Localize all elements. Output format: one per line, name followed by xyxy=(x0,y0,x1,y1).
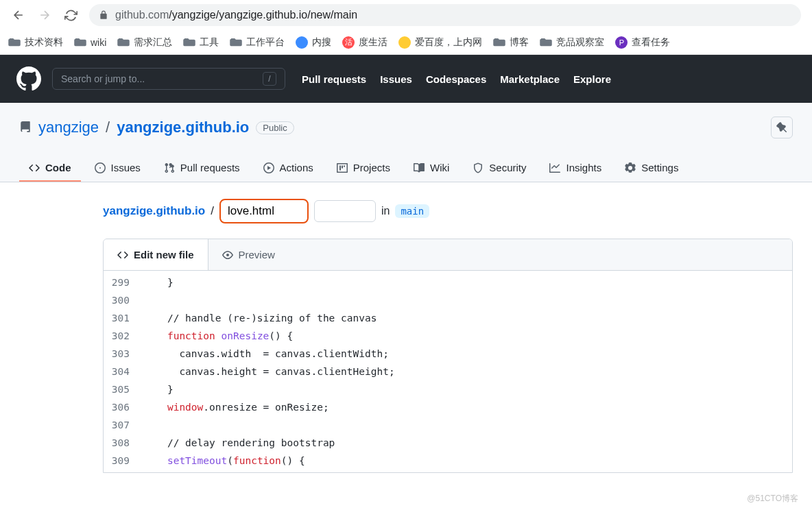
code-line: 299 } xyxy=(104,274,792,291)
repo-name-link[interactable]: yangzige.github.io xyxy=(117,119,249,136)
repo-tab-wiki[interactable]: Wiki xyxy=(404,155,459,182)
reload-icon[interactable] xyxy=(63,8,78,23)
filename-input[interactable] xyxy=(219,199,309,223)
breadcrumb-separator: / xyxy=(211,204,214,218)
repo-tab-settings[interactable]: Settings xyxy=(615,155,688,182)
bookmark-item[interactable]: 内搜 xyxy=(296,36,331,49)
pin-button[interactable] xyxy=(771,117,793,138)
code-line: 301 // handle (re-)sizing of the canvas xyxy=(104,309,792,327)
bookmark-item[interactable]: 竞品观察室 xyxy=(540,36,604,49)
code-line: 302 function onResize() { xyxy=(104,327,792,345)
repo-icon xyxy=(19,121,32,134)
code-line: 308 // delay rendering bootstrap xyxy=(104,434,792,452)
main-content: yangzige.github.io / in main Edit new fi… xyxy=(0,182,812,473)
code-line: 305 } xyxy=(104,380,792,398)
visibility-badge: Public xyxy=(256,121,294,134)
bookmark-item[interactable]: P查看任务 xyxy=(615,36,670,49)
bookmark-item[interactable]: 工具 xyxy=(183,36,219,49)
github-header: Search or jump to... / Pull requestsIssu… xyxy=(0,55,812,103)
code-line: 304 canvas.height = canvas.clientHeight; xyxy=(104,363,792,380)
bookmark-item[interactable]: wiki xyxy=(74,37,106,48)
repo-owner-link[interactable]: yangzige xyxy=(38,119,99,136)
back-icon[interactable] xyxy=(11,8,26,23)
github-nav-link[interactable]: Marketplace xyxy=(500,73,560,85)
branch-chip: main xyxy=(395,204,429,218)
repo-tab-insights[interactable]: Insights xyxy=(540,155,611,182)
github-nav-link[interactable]: Pull requests xyxy=(302,73,366,85)
tab-edit-file[interactable]: Edit new file xyxy=(104,239,208,270)
bookmark-item[interactable]: 工作平台 xyxy=(230,36,285,49)
search-placeholder: Search or jump to... xyxy=(61,73,145,84)
bookmark-item[interactable]: 活度生活 xyxy=(342,36,387,49)
github-search[interactable]: Search or jump to... / xyxy=(52,68,285,90)
slash-key-icon: / xyxy=(263,72,276,86)
in-label: in xyxy=(381,205,390,217)
url-text: github.com/yangzige/yangzige.github.io/n… xyxy=(115,9,357,21)
repo-tab-issues[interactable]: Issues xyxy=(85,155,150,182)
code-line: 303 canvas.width = canvas.clientWidth; xyxy=(104,345,792,363)
address-bar[interactable]: github.com/yangzige/yangzige.github.io/n… xyxy=(89,4,801,26)
path-separator: / xyxy=(106,119,110,136)
code-icon xyxy=(117,250,128,260)
repo-tab-projects[interactable]: Projects xyxy=(327,155,400,182)
bookmark-item[interactable]: 博客 xyxy=(493,36,529,49)
eye-icon xyxy=(222,250,233,260)
bookmarks-bar: 技术资料wiki需求汇总工具工作平台内搜活度生活爱百度，上内网博客竞品观察室P查… xyxy=(0,30,812,55)
code-line: 306 window.onresize = onResize; xyxy=(104,398,792,416)
github-nav-link[interactable]: Explore xyxy=(573,73,611,85)
lock-icon xyxy=(99,10,108,20)
repo-tab-actions[interactable]: Actions xyxy=(254,155,323,182)
tab-edit-label: Edit new file xyxy=(134,249,194,260)
forward-icon xyxy=(37,8,52,23)
repo-tab-code[interactable]: Code xyxy=(19,155,81,182)
repo-tab-pull-requests[interactable]: Pull requests xyxy=(154,155,250,182)
github-nav-link[interactable]: Codespaces xyxy=(426,73,486,85)
code-line: 300 xyxy=(104,291,792,309)
repo-tabs: CodeIssuesPull requestsActionsProjectsWi… xyxy=(19,155,793,182)
code-line: 307 xyxy=(104,416,792,434)
bookmark-item[interactable]: 需求汇总 xyxy=(117,36,172,49)
breadcrumb-repo[interactable]: yangzige.github.io xyxy=(103,204,205,218)
code-editor[interactable]: 299 }300301 // handle (re-)sizing of the… xyxy=(104,271,792,472)
bookmark-item[interactable]: 技术资料 xyxy=(8,36,63,49)
repo-tab-security[interactable]: Security xyxy=(463,155,536,182)
extra-input-box[interactable] xyxy=(314,200,376,222)
editor-container: Edit new file Preview 299 }300301 // han… xyxy=(103,239,793,473)
github-logo-icon[interactable] xyxy=(16,66,41,91)
repo-header: yangzige / yangzige.github.io Public Cod… xyxy=(0,103,812,182)
file-path-row: yangzige.github.io / in main xyxy=(103,199,793,223)
browser-toolbar: github.com/yangzige/yangzige.github.io/n… xyxy=(0,0,812,30)
tab-preview-label: Preview xyxy=(239,249,275,260)
editor-tabs: Edit new file Preview xyxy=(104,239,792,271)
github-top-nav: Pull requestsIssuesCodespacesMarketplace… xyxy=(302,73,611,85)
tab-preview[interactable]: Preview xyxy=(208,239,289,270)
github-nav-link[interactable]: Issues xyxy=(380,73,412,85)
code-line: 309 setTimeout(function() { xyxy=(104,452,792,470)
bookmark-item[interactable]: 爱百度，上内网 xyxy=(398,36,482,49)
